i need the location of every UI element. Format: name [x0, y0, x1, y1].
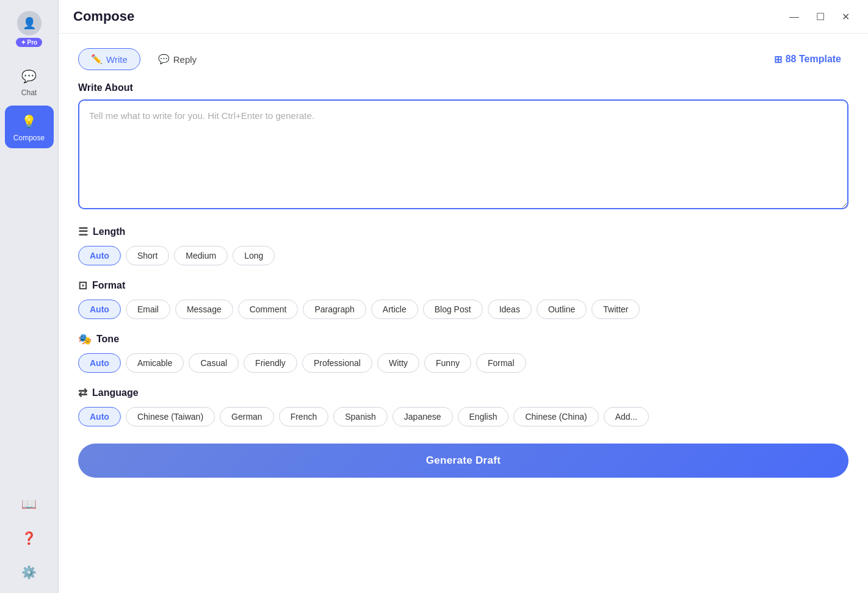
settings-icon: ⚙️: [20, 562, 39, 582]
library-icon: 📖: [20, 494, 39, 514]
tab-row: ✏️ Write 💬 Reply ⊞ 88 Template: [78, 48, 848, 70]
reply-tab-label: Reply: [173, 54, 197, 65]
language-option-auto[interactable]: Auto: [78, 407, 121, 426]
language-section: ⇄ Language AutoChinese (Taiwan)GermanFre…: [78, 386, 848, 426]
sidebar-item-chat-label: Chat: [21, 88, 37, 97]
tab-write[interactable]: ✏️ Write: [78, 48, 140, 70]
write-tab-icon: ✏️: [91, 54, 103, 65]
format-option-twitter[interactable]: Twitter: [591, 300, 640, 319]
language-option-german[interactable]: German: [220, 407, 274, 426]
tone-option-formal[interactable]: Formal: [476, 353, 526, 373]
write-tab-label: Write: [106, 54, 128, 65]
write-about-input[interactable]: [78, 99, 848, 209]
compose-icon: 💡: [20, 112, 39, 131]
format-label: Format: [92, 280, 125, 291]
tab-reply[interactable]: 💬 Reply: [145, 48, 209, 70]
language-icon: ⇄: [78, 386, 87, 400]
template-button[interactable]: ⊞ 88 Template: [767, 50, 848, 69]
sidebar-bottom: 📖 ❓ ⚙️: [5, 488, 54, 588]
tab-left: ✏️ Write 💬 Reply: [78, 48, 209, 70]
main-panel: Compose ✏️ Write 💬 Reply ⊞ 88 Template: [59, 0, 868, 593]
format-icon: ⊡: [78, 279, 87, 292]
length-section: ☰ Length AutoShortMediumLong: [78, 225, 848, 265]
language-option-french[interactable]: French: [279, 407, 329, 426]
pro-badge: ✦ Pro: [16, 38, 42, 47]
tone-option-auto[interactable]: Auto: [78, 353, 121, 373]
format-section: ⊡ Format AutoEmailMessageCommentParagrap…: [78, 279, 848, 319]
length-options: AutoShortMediumLong: [78, 246, 848, 265]
length-header: ☰ Length: [78, 225, 848, 239]
sidebar-item-help[interactable]: ❓: [5, 522, 54, 554]
tone-option-casual[interactable]: Casual: [189, 353, 239, 373]
help-icon: ❓: [20, 528, 39, 548]
content-area: ✏️ Write 💬 Reply ⊞ 88 Template Write Abo…: [59, 34, 868, 593]
language-option-japanese[interactable]: Japanese: [392, 407, 453, 426]
template-icon: ⊞: [774, 54, 782, 65]
maximize-button[interactable]: ☐: [812, 10, 828, 24]
format-option-comment[interactable]: Comment: [238, 300, 298, 319]
tone-option-friendly[interactable]: Friendly: [244, 353, 297, 373]
format-option-ideas[interactable]: Ideas: [488, 300, 532, 319]
sidebar-item-settings[interactable]: ⚙️: [5, 556, 54, 588]
sidebar-item-library[interactable]: 📖: [5, 488, 54, 520]
language-label: Language: [92, 387, 139, 398]
tone-section: 🎭 Tone AutoAmicableCasualFriendlyProfess…: [78, 332, 848, 373]
close-button[interactable]: ✕: [838, 10, 853, 24]
format-option-outline[interactable]: Outline: [537, 300, 587, 319]
language-options: AutoChinese (Taiwan)GermanFrenchSpanishJ…: [78, 407, 848, 426]
length-icon: ☰: [78, 225, 88, 239]
tone-option-witty[interactable]: Witty: [377, 353, 419, 373]
minimize-button[interactable]: —: [786, 10, 803, 24]
format-option-message[interactable]: Message: [175, 300, 233, 319]
page-title: Compose: [73, 9, 134, 24]
template-label: 88 Template: [786, 54, 841, 65]
tone-icon: 🎭: [78, 332, 92, 346]
write-about-section: Write About: [78, 82, 848, 212]
generate-draft-button[interactable]: Generate Draft: [78, 444, 848, 478]
avatar[interactable]: 👤: [17, 11, 42, 35]
write-about-label: Write About: [78, 82, 848, 93]
length-option-auto[interactable]: Auto: [78, 246, 121, 265]
tone-option-amicable[interactable]: Amicable: [126, 353, 184, 373]
format-option-blog-post[interactable]: Blog Post: [423, 300, 483, 319]
reply-tab-icon: 💬: [158, 54, 170, 65]
language-option-english[interactable]: English: [458, 407, 509, 426]
tone-label: Tone: [96, 334, 119, 345]
language-option-chinese-taiwan[interactable]: Chinese (Taiwan): [126, 407, 215, 426]
format-option-email[interactable]: Email: [126, 300, 170, 319]
user-avatar-section: 👤 ✦ Pro: [5, 5, 54, 53]
language-header: ⇄ Language: [78, 386, 848, 400]
sidebar: 👤 ✦ Pro 💬 Chat 💡 Compose 📖 ❓ ⚙️: [0, 0, 59, 593]
top-bar: Compose: [59, 0, 868, 34]
language-option-spanish[interactable]: Spanish: [333, 407, 388, 426]
length-label: Length: [93, 226, 125, 237]
language-option-chinese-china[interactable]: Chinese (China): [513, 407, 598, 426]
tone-option-funny[interactable]: Funny: [424, 353, 471, 373]
length-option-medium[interactable]: Medium: [174, 246, 228, 265]
tone-option-professional[interactable]: Professional: [302, 353, 372, 373]
length-option-long[interactable]: Long: [233, 246, 275, 265]
format-option-auto[interactable]: Auto: [78, 300, 121, 319]
tone-options: AutoAmicableCasualFriendlyProfessionalWi…: [78, 353, 848, 373]
sidebar-item-compose[interactable]: 💡 Compose: [5, 106, 54, 148]
format-options: AutoEmailMessageCommentParagraphArticleB…: [78, 300, 848, 319]
tone-header: 🎭 Tone: [78, 332, 848, 346]
length-option-short[interactable]: Short: [126, 246, 169, 265]
format-option-paragraph[interactable]: Paragraph: [303, 300, 366, 319]
format-option-article[interactable]: Article: [371, 300, 418, 319]
sidebar-item-compose-label: Compose: [13, 134, 45, 142]
sidebar-item-chat[interactable]: 💬 Chat: [5, 60, 54, 103]
language-option-add...[interactable]: Add...: [604, 407, 649, 426]
format-header: ⊡ Format: [78, 279, 848, 292]
chat-icon: 💬: [20, 66, 39, 86]
